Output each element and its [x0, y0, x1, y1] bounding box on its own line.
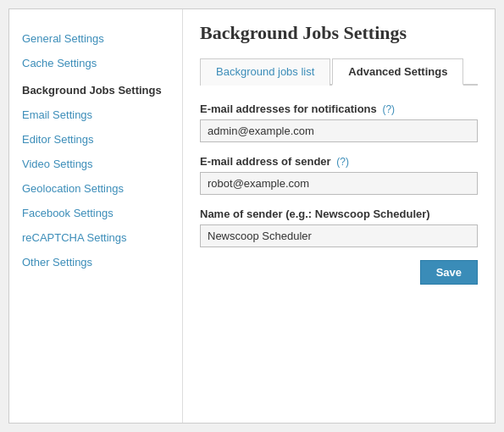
sender-name-input[interactable]: [200, 224, 478, 247]
email-notifications-group: E-mail addresses for notifications (?): [200, 102, 478, 142]
sidebar-section-title: Background Jobs Settings: [9, 75, 182, 102]
email-sender-group: E-mail address of sender (?): [200, 155, 478, 195]
sidebar-item-editor-settings[interactable]: Editor Settings: [9, 127, 182, 152]
tabs-row: Background jobs list Advanced Settings: [200, 57, 478, 86]
sidebar-item-facebook-settings[interactable]: Facebook Settings: [9, 201, 182, 225]
sidebar-item-general-settings[interactable]: General Settings: [9, 26, 182, 51]
sender-name-label-text: Name of sender (e.g.: Newscoop Scheduler…: [200, 208, 430, 220]
email-notifications-input[interactable]: [200, 119, 478, 142]
page-container: General Settings Cache Settings Backgrou…: [8, 8, 496, 424]
sidebar-item-video-settings[interactable]: Video Settings: [9, 152, 182, 176]
save-button[interactable]: Save: [420, 260, 478, 285]
email-sender-label-text: E-mail address of sender: [200, 155, 331, 168]
sidebar-item-email-settings[interactable]: Email Settings: [9, 102, 182, 127]
sender-name-label: Name of sender (e.g.: Newscoop Scheduler…: [200, 208, 478, 220]
email-sender-label: E-mail address of sender (?): [200, 155, 478, 168]
email-notifications-help-icon: (?): [382, 103, 395, 115]
sender-name-group: Name of sender (e.g.: Newscoop Scheduler…: [200, 208, 478, 247]
sidebar-item-cache-settings[interactable]: Cache Settings: [9, 51, 182, 75]
sidebar-item-other-settings[interactable]: Other Settings: [9, 250, 182, 274]
email-sender-help-icon: (?): [336, 156, 349, 168]
sidebar-item-geolocation-settings[interactable]: Geolocation Settings: [9, 176, 182, 201]
tab-background-jobs-list[interactable]: Background jobs list: [200, 58, 330, 86]
email-sender-input[interactable]: [200, 172, 478, 195]
email-notifications-label-text: E-mail addresses for notifications: [200, 102, 377, 115]
email-notifications-label: E-mail addresses for notifications (?): [200, 102, 478, 115]
page-title: Background Jobs Settings: [200, 22, 478, 44]
sidebar: General Settings Cache Settings Backgrou…: [9, 9, 183, 423]
sidebar-item-recaptcha-settings[interactable]: reCAPTCHA Settings: [9, 225, 182, 250]
main-content: Background Jobs Settings Background jobs…: [183, 9, 495, 423]
tab-advanced-settings[interactable]: Advanced Settings: [332, 58, 463, 86]
